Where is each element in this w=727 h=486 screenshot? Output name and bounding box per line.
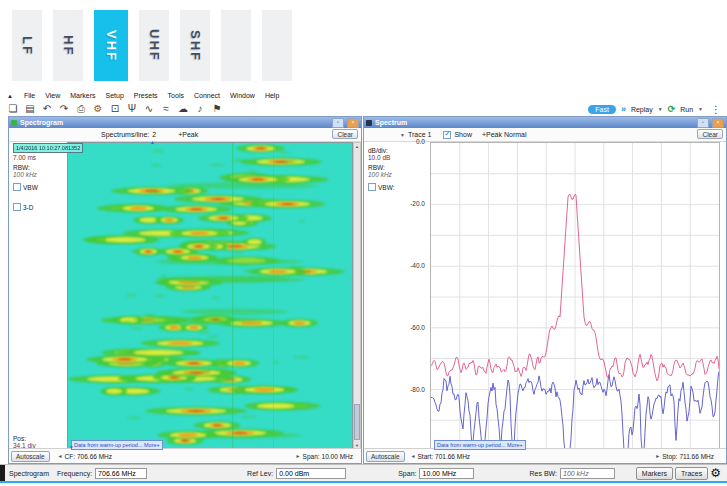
cf-step-icon[interactable]: ◄ [58,453,63,459]
markers-button[interactable]: Markers [636,467,673,480]
spectrums-per-line-value[interactable]: 2 [152,131,156,138]
menu-item-connect[interactable]: Connect [194,92,220,99]
threed-checkbox-row[interactable]: 3-D [13,203,67,211]
start-value[interactable]: 701.66 MHz [435,453,470,460]
frequency-input[interactable] [95,468,147,479]
spectrogram-body: Time/div: 7.00 ms RBW: 100 kHz VBW 3-D P… [9,142,361,452]
fast-indicator-pill[interactable]: Fast [588,105,616,114]
menu-item-tools[interactable]: Tools [168,92,184,99]
stop-value[interactable]: 711.66 MHz [679,453,714,460]
spectrogram-scrollbar[interactable]: ▲ ▼ [353,142,361,450]
trace-selector[interactable]: Trace 1 [408,131,431,138]
menu-item-window[interactable]: Window [230,92,255,99]
spectrogram-titlebar[interactable]: Spectrogram ▫ × [9,117,361,128]
amplitude-cloud-icon[interactable]: ☁ [177,102,189,116]
menu-item-help[interactable]: Help [265,92,279,99]
open-file-icon[interactable]: ❏ [7,102,19,116]
spectrum-plot[interactable] [430,142,720,452]
rbw-label: RBW: [13,164,67,171]
trace-selector-caret-icon[interactable]: ▼ [400,132,405,138]
print-icon[interactable]: ⎙ [75,102,87,116]
start-label: Start: [418,453,434,460]
show-trace-checkbox[interactable] [443,131,451,139]
traces-button[interactable]: Traces [675,467,708,480]
spectrogram-detector-value[interactable]: +Peak [178,131,198,138]
time-div-value[interactable]: 7.00 ms [13,154,67,161]
run-dropdown-icon[interactable]: ▼ [698,106,703,112]
span-input[interactable] [419,468,474,479]
scroll-up-icon[interactable]: ▲ [354,143,360,150]
spectrogram-bottom-marker-icon[interactable]: ▼ [69,445,74,450]
spectrogram-window-icon [11,120,17,126]
spectrogram-warning-message[interactable]: Data from warm-up period... More+ [71,440,163,450]
band-tab-lf[interactable]: LF [12,10,42,81]
active-display-mode: Spectrogram [9,470,49,477]
menu-item-presets[interactable]: Presets [134,92,158,99]
run-button[interactable]: Run [680,106,693,113]
scrollbar-thumb[interactable] [354,404,360,440]
more-options-icon[interactable]: ⋮ [711,104,721,115]
spectrum-bottom-bar: Autoscale ◄ Start: 701.66 MHz ► Stop: 71… [364,448,726,463]
spectrum-warning-message[interactable]: Data from warm-up period... More+ [434,440,526,450]
band-tab-shf[interactable]: SHF [180,10,210,81]
band-tab-hf[interactable]: HF [53,10,83,81]
span-step-icon[interactable]: ► [296,453,301,459]
menu-item-view[interactable]: View [45,92,60,99]
close-window-button[interactable]: × [712,118,724,128]
band-tab-label: HF [61,35,76,56]
spectrum-clear-button[interactable]: Clear [697,129,723,139]
spectrogram-sidebar: Time/div: 7.00 ms RBW: 100 kHz VBW 3-D P… [9,142,67,452]
band-tab-uhf[interactable]: UHF [139,10,169,81]
analysis-flag-icon[interactable]: ⚑ [211,102,223,116]
spectrogram-clear-button[interactable]: Clear [332,129,358,139]
span-value[interactable]: 10.00 MHz [322,453,353,460]
undo-icon[interactable]: ↶ [41,102,53,116]
band-tab-label: UHF [147,29,162,62]
ref-lev-input[interactable] [276,468,346,479]
spectrogram-plot[interactable] [67,142,353,450]
menu-item-file[interactable]: File [24,92,35,99]
start-step-icon[interactable]: ◄ [411,453,416,459]
signalvu-window: LFHFVHFUHFSHF ▲ FileViewMarkersSetupPres… [0,0,727,486]
menu-item-markers[interactable]: Markers [70,92,95,99]
band-tab-label: SHF [188,30,203,62]
replay-icon: » [621,104,626,114]
ref-lev-label: Ref Lev: [247,470,273,477]
toolbar-right-controls: Fast » Replay ▼ ⟳ Run ▼ ⋮ [588,104,721,115]
display-icon[interactable]: ⊡ [109,102,121,116]
rbw-value[interactable]: 100 kHz [13,171,67,178]
vbw-checkbox[interactable] [13,183,21,191]
replay-button[interactable]: Replay [631,106,653,113]
redo-icon[interactable]: ↷ [58,102,70,116]
close-window-button[interactable]: × [347,118,359,128]
y-axis-label: -40.0 [410,262,425,269]
band-tab-vhf[interactable]: VHF [94,10,128,81]
restore-window-button[interactable]: ▫ [332,118,344,128]
threed-checkbox[interactable] [13,203,21,211]
window-accent-line [0,481,727,483]
spectrogram-autoscale-button[interactable]: Autoscale [11,451,50,462]
antenna-icon[interactable]: Ψ [126,102,138,116]
audio-icon[interactable]: ♪ [194,102,206,116]
cf-value[interactable]: 706.66 MHz [77,453,112,460]
spectrum-titlebar[interactable]: Spectrum ▫ × [364,117,726,128]
settings-gear-icon[interactable]: ⚙ [92,102,104,116]
replay-dropdown-icon[interactable]: ▼ [658,106,663,112]
span-label: Span: [303,453,320,460]
trigger-waveform-icon[interactable]: ∿ [143,102,155,116]
restore-window-button[interactable]: ▫ [697,118,709,128]
settings-gear-icon[interactable]: ⚙ [710,467,721,480]
spectrum-autoscale-button[interactable]: Autoscale [366,451,405,462]
menu-item-setup[interactable]: Setup [106,92,124,99]
stop-step-icon[interactable]: ► [655,453,660,459]
save-icon[interactable]: ▤ [24,102,36,116]
spectrogram-bottom-bar: Autoscale ◄ CF: 706.66 MHz ► Span: 10.00… [9,448,361,463]
acquisition-waveform-icon[interactable]: ≈ [160,102,172,116]
res-bw-input[interactable] [560,468,615,479]
vbw-label: VBW [23,184,38,191]
vbw-checkbox-row[interactable]: VBW [13,183,67,191]
spectrum-title: Spectrum [375,118,694,128]
spectrum-detector-value[interactable]: +Peak Normal [482,131,527,138]
spectrogram-top-marker-icon[interactable]: ▲ [150,140,155,145]
spectrogram-title: Spectrogram [20,118,329,128]
